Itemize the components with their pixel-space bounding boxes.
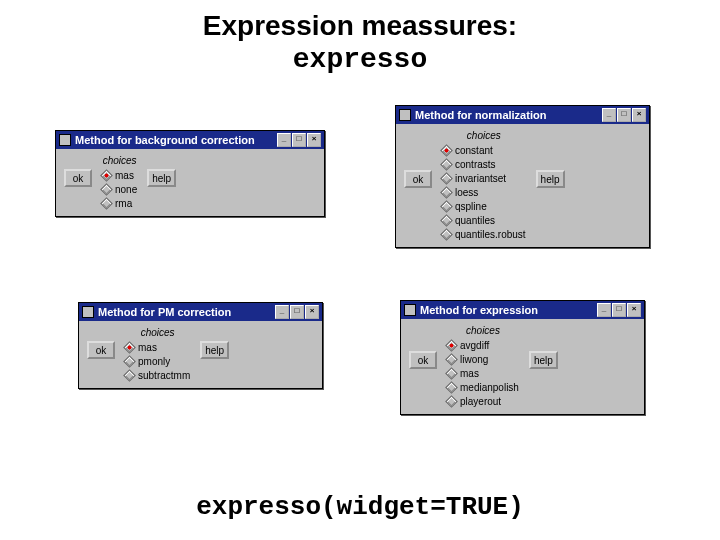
radio-option[interactable]: none [102, 182, 137, 196]
choices-label: choices [466, 325, 500, 336]
radio-option[interactable]: avgdiff [447, 338, 489, 352]
titlebar-expr[interactable]: Method for expression _ □ × [401, 301, 644, 319]
title-text-pm: Method for PM correction [98, 306, 275, 318]
sys-icon [59, 134, 71, 146]
diamond-icon [440, 228, 453, 241]
radio-option[interactable]: mas [447, 366, 479, 380]
option-label: none [115, 184, 137, 195]
option-label: quantiles [455, 215, 495, 226]
option-label: quantiles.robust [455, 229, 526, 240]
radio-option[interactable]: playerout [447, 394, 501, 408]
maximize-icon[interactable]: □ [290, 305, 304, 319]
radio-option[interactable]: pmonly [125, 354, 170, 368]
option-label: mas [115, 170, 134, 181]
minimize-icon[interactable]: _ [277, 133, 291, 147]
close-icon[interactable]: × [305, 305, 319, 319]
option-label: avgdiff [460, 340, 489, 351]
diamond-icon [445, 353, 458, 366]
title-text-norm: Method for normalization [415, 109, 602, 121]
titlebar-pm[interactable]: Method for PM correction _ □ × [79, 303, 322, 321]
radio-option[interactable]: constant [442, 143, 493, 157]
radio-option[interactable]: quantiles [442, 213, 495, 227]
ok-button[interactable]: ok [404, 170, 432, 188]
option-label: invariantset [455, 173, 506, 184]
page-title-line2: expresso [0, 44, 720, 75]
help-button[interactable]: help [200, 341, 229, 359]
dialog-pm-correction: Method for PM correction _ □ × ok choice… [78, 302, 323, 389]
titlebar-norm[interactable]: Method for normalization _ □ × [396, 106, 649, 124]
maximize-icon[interactable]: □ [612, 303, 626, 317]
option-label: rma [115, 198, 132, 209]
title-text-bg: Method for background correction [75, 134, 277, 146]
diamond-icon [440, 214, 453, 227]
diamond-icon [100, 183, 113, 196]
option-label: playerout [460, 396, 501, 407]
diamond-icon [123, 355, 136, 368]
option-label: mas [460, 368, 479, 379]
titlebar-bg[interactable]: Method for background correction _ □ × [56, 131, 324, 149]
radio-option[interactable]: medianpolish [447, 380, 519, 394]
radio-option[interactable]: mas [102, 168, 134, 182]
page-title-line1: Expression meassures: [0, 10, 720, 42]
sys-icon [404, 304, 416, 316]
dialog-expression: Method for expression _ □ × ok choices a… [400, 300, 645, 415]
option-label: pmonly [138, 356, 170, 367]
option-label: contrasts [455, 159, 496, 170]
close-icon[interactable]: × [627, 303, 641, 317]
help-button[interactable]: help [536, 170, 565, 188]
option-label: subtractmm [138, 370, 190, 381]
diamond-icon [440, 144, 453, 157]
option-label: medianpolish [460, 382, 519, 393]
sys-icon [82, 306, 94, 318]
radio-option[interactable]: rma [102, 196, 132, 210]
choices-label: choices [141, 327, 175, 338]
radio-option[interactable]: loess [442, 185, 478, 199]
maximize-icon[interactable]: □ [292, 133, 306, 147]
diamond-icon [100, 197, 113, 210]
radio-option[interactable]: liwong [447, 352, 488, 366]
diamond-icon [445, 395, 458, 408]
diamond-icon [440, 186, 453, 199]
diamond-icon [445, 339, 458, 352]
diamond-icon [440, 200, 453, 213]
diamond-icon [123, 369, 136, 382]
option-label: liwong [460, 354, 488, 365]
diamond-icon [445, 367, 458, 380]
ok-button[interactable]: ok [87, 341, 115, 359]
diamond-icon [123, 341, 136, 354]
footer-code: expresso(widget=TRUE) [0, 492, 720, 522]
help-button[interactable]: help [529, 351, 558, 369]
radio-option[interactable]: qspline [442, 199, 487, 213]
dialog-bg-correction: Method for background correction _ □ × o… [55, 130, 325, 217]
choices-label: choices [103, 155, 137, 166]
radio-option[interactable]: contrasts [442, 157, 496, 171]
dialog-normalization: Method for normalization _ □ × ok choice… [395, 105, 650, 248]
title-text-expr: Method for expression [420, 304, 597, 316]
option-label: mas [138, 342, 157, 353]
option-label: constant [455, 145, 493, 156]
diamond-icon [445, 381, 458, 394]
radio-option[interactable]: invariantset [442, 171, 506, 185]
radio-option[interactable]: quantiles.robust [442, 227, 526, 241]
sys-icon [399, 109, 411, 121]
help-button[interactable]: help [147, 169, 176, 187]
close-icon[interactable]: × [632, 108, 646, 122]
close-icon[interactable]: × [307, 133, 321, 147]
radio-option[interactable]: mas [125, 340, 157, 354]
diamond-icon [440, 172, 453, 185]
choices-label: choices [467, 130, 501, 141]
ok-button[interactable]: ok [409, 351, 437, 369]
minimize-icon[interactable]: _ [597, 303, 611, 317]
minimize-icon[interactable]: _ [602, 108, 616, 122]
maximize-icon[interactable]: □ [617, 108, 631, 122]
option-label: loess [455, 187, 478, 198]
radio-option[interactable]: subtractmm [125, 368, 190, 382]
option-label: qspline [455, 201, 487, 212]
diamond-icon [440, 158, 453, 171]
minimize-icon[interactable]: _ [275, 305, 289, 319]
ok-button[interactable]: ok [64, 169, 92, 187]
diamond-icon [100, 169, 113, 182]
